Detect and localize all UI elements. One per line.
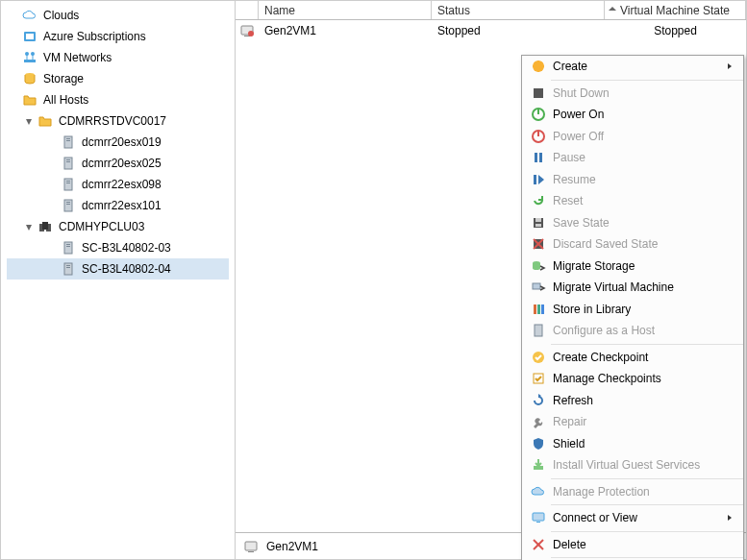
host-icon — [61, 156, 76, 171]
cell-status: Stopped — [432, 22, 605, 39]
menu-separator — [551, 557, 743, 558]
menu-item-label: Migrate Virtual Machine — [549, 280, 726, 294]
tree-item-clouds[interactable]: Clouds — [7, 5, 229, 26]
cell-vm-state: Stopped — [605, 22, 746, 39]
menu-separator — [551, 531, 743, 532]
app-window: CloudsAzure SubscriptionsVM NetworksStor… — [0, 0, 747, 560]
menu-item-shield[interactable]: Shield — [522, 433, 743, 455]
menu-item-label: Repair — [549, 415, 726, 428]
host-grp-icon — [37, 113, 53, 129]
host-icon — [61, 198, 76, 213]
poweron-icon — [528, 107, 549, 122]
tree-item-label: Storage — [43, 72, 84, 85]
tree-item-sc-b3l40802-03[interactable]: SC-B3L40802-03 — [7, 237, 229, 258]
menu-item-repair: Repair — [522, 411, 743, 433]
azure-icon — [22, 29, 37, 44]
table-row[interactable]: Gen2VM1 Stopped Stopped — [236, 20, 746, 41]
tree-item-label: Azure Subscriptions — [43, 30, 146, 43]
svg-rect-42 — [535, 218, 541, 222]
menu-separator — [551, 504, 743, 505]
menu-item-manage-checkpoints[interactable]: Manage Checkpoints — [522, 368, 743, 390]
svg-rect-52 — [535, 325, 542, 336]
tree-item-dcmrr22esx101[interactable]: dcmrr22esx101 — [7, 195, 229, 216]
menu-separator — [551, 344, 743, 345]
svg-rect-19 — [66, 204, 70, 205]
col-header-status[interactable]: Status — [432, 1, 605, 19]
svg-rect-43 — [535, 224, 541, 227]
tree-item-label: dcmrr20esx025 — [82, 157, 162, 170]
svg-rect-9 — [66, 138, 70, 139]
menu-item-label: Migrate Storage — [549, 259, 726, 273]
vm-icon — [243, 539, 259, 554]
svg-rect-57 — [536, 522, 540, 523]
tree-item-storage[interactable]: Storage — [7, 68, 229, 89]
menu-item-label: Shut Down — [549, 86, 726, 100]
menu-item-migrate-virtual-machine[interactable]: Migrate Virtual Machine — [522, 277, 743, 299]
tree-item-vm-networks[interactable]: VM Networks — [7, 47, 229, 68]
nav-tree: CloudsAzure SubscriptionsVM NetworksStor… — [1, 1, 236, 559]
host-icon — [61, 261, 76, 277]
menu-item-delete[interactable]: Delete — [522, 534, 743, 556]
svg-rect-50 — [537, 304, 540, 314]
svg-rect-17 — [64, 200, 72, 211]
menu-item-refresh[interactable]: Refresh — [522, 390, 743, 412]
svg-rect-51 — [541, 304, 544, 314]
menu-item-pause: Pause — [522, 147, 743, 169]
tree-item-cdmhypclu03[interactable]: ▾CDMHYPCLU03 — [7, 216, 229, 237]
menu-item-label: Pause — [549, 151, 726, 164]
tree-item-cdmrrstdvc0017[interactable]: ▾CDMRRSTDVC0017 — [7, 110, 229, 132]
status-bar-text: Gen2VM1 — [266, 540, 318, 553]
main-panel: Name Status Virtual Machine State Gen2VM… — [236, 1, 746, 559]
svg-rect-12 — [66, 159, 70, 160]
menu-item-label: Create Checkpoint — [549, 351, 726, 364]
shutdown-icon — [528, 85, 549, 101]
tree-item-all-hosts[interactable]: All Hosts — [7, 89, 229, 110]
svg-rect-16 — [66, 183, 70, 183]
menu-item-create-checkpoint[interactable]: Create Checkpoint — [522, 347, 743, 369]
menu-item-create[interactable]: Create — [522, 56, 743, 78]
expander-icon[interactable]: ▾ — [26, 220, 37, 233]
svg-rect-13 — [66, 161, 70, 162]
menu-item-connect-or-view[interactable]: Connect or View — [522, 507, 743, 529]
col-header-vm-state-label: Virtual Machine State — [620, 4, 730, 17]
col-header-vm-state[interactable]: Virtual Machine State — [605, 1, 746, 19]
cluster-icon — [37, 219, 53, 234]
svg-rect-40 — [534, 175, 536, 184]
svg-rect-25 — [66, 246, 70, 247]
menu-item-store-in-library[interactable]: Store in Library — [522, 299, 743, 321]
vm-icon — [236, 23, 259, 38]
tree-item-label: CDMRRSTDVC0017 — [59, 114, 166, 128]
svg-rect-38 — [535, 153, 537, 162]
menu-item-label: Save State — [549, 216, 726, 230]
tree-item-sc-b3l40802-04[interactable]: SC-B3L40802-04 — [7, 258, 229, 280]
svg-rect-56 — [533, 513, 544, 521]
row-handle-header — [236, 1, 259, 19]
tree-item-dcmrr20esx025[interactable]: dcmrr20esx025 — [7, 153, 229, 174]
tree-item-azure-subscriptions[interactable]: Azure Subscriptions — [7, 26, 229, 47]
tree-item-label: Clouds — [43, 9, 79, 22]
svg-rect-10 — [66, 140, 70, 141]
reset-icon — [528, 193, 549, 208]
pause-icon — [528, 150, 549, 165]
menu-item-label: Manage Checkpoints — [549, 372, 726, 385]
grid-body[interactable]: Gen2VM1 Stopped Stopped CreateShut DownP… — [236, 20, 746, 532]
menu-item-label: Reset — [549, 194, 726, 207]
expander-icon[interactable]: ▾ — [26, 114, 37, 128]
menu-item-power-on[interactable]: Power On — [522, 104, 743, 126]
poweroff-icon — [528, 129, 549, 144]
menu-item-label: Resume — [549, 173, 726, 186]
protect-icon — [528, 484, 549, 499]
svg-rect-11 — [64, 158, 72, 169]
install-icon — [528, 457, 549, 473]
menu-separator — [551, 478, 743, 479]
cloud-icon — [22, 8, 37, 23]
menu-item-migrate-storage[interactable]: Migrate Storage — [522, 256, 743, 278]
migvm-icon — [528, 280, 549, 295]
submenu-arrow-icon — [726, 62, 737, 70]
col-header-name[interactable]: Name — [259, 1, 432, 19]
tree-item-dcmrr20esx019[interactable]: dcmrr20esx019 — [7, 132, 229, 153]
svg-point-5 — [25, 52, 29, 56]
menu-item-label: Configure as a Host — [549, 324, 726, 337]
tree-item-dcmrr22esx098[interactable]: dcmrr22esx098 — [7, 174, 229, 195]
menu-item-label: Power On — [549, 108, 726, 121]
